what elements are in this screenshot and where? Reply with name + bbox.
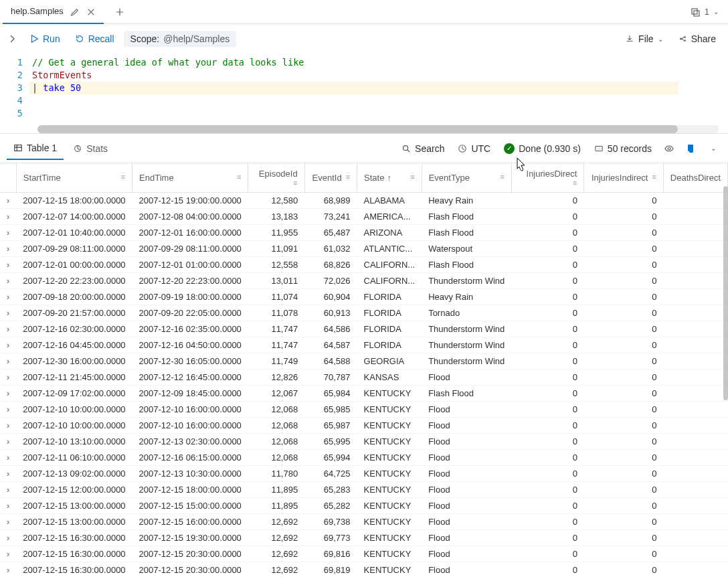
tab-help-samples[interactable]: help.Samples <box>3 0 104 24</box>
code-area[interactable]: // Get a general idea of what your data … <box>32 56 728 120</box>
expand-row-button[interactable]: › <box>0 498 16 514</box>
table-row[interactable]: ›2007-12-15 13:00:00.00002007-12-15 16:0… <box>0 514 728 530</box>
column-menu-icon[interactable]: ≡ <box>237 173 241 181</box>
expand-row-button[interactable]: › <box>0 337 16 353</box>
expand-row-button[interactable]: › <box>0 546 16 562</box>
table-row[interactable]: ›2007-12-30 16:00:00.00002007-12-30 16:0… <box>0 353 728 369</box>
duplicate-tab-button[interactable]: 1 ⌄ <box>690 7 725 17</box>
cell-endtime: 2007-12-20 22:23:00.0000 <box>132 273 248 289</box>
table-row[interactable]: ›2007-12-11 06:10:00.00002007-12-16 06:1… <box>0 450 728 466</box>
column-menu-icon[interactable]: ≡ <box>346 173 350 181</box>
column-header-eventid[interactable]: EventId≡ <box>304 163 357 193</box>
expand-row-button[interactable]: › <box>0 386 16 402</box>
expand-row-button[interactable]: › <box>0 369 16 386</box>
table-row[interactable]: ›2007-12-09 17:02:00.00002007-12-09 18:4… <box>0 386 728 402</box>
table-row[interactable]: ›2007-12-10 10:00:00.00002007-12-10 16:0… <box>0 418 728 434</box>
expand-row-button[interactable]: › <box>0 418 16 434</box>
expand-row-button[interactable]: › <box>0 450 16 466</box>
copy-button[interactable] <box>681 139 700 158</box>
cell-state: KENTUCKY <box>357 562 422 577</box>
column-header-endtime[interactable]: EndTime≡ <box>132 163 248 193</box>
close-icon[interactable] <box>86 7 96 16</box>
table-row[interactable]: ›2007-12-15 18:00:00.00002007-12-15 19:0… <box>0 193 728 209</box>
column-header-episodeid[interactable]: EpisodeId≡ <box>248 163 304 193</box>
expand-row-button[interactable]: › <box>0 321 16 337</box>
table-row[interactable]: ›2007-12-15 16:30:00.00002007-12-15 20:3… <box>0 562 728 577</box>
column-header-eventtype[interactable]: EventType≡ <box>422 163 511 193</box>
table-row[interactable]: ›2007-12-10 13:10:00.00002007-12-13 02:3… <box>0 434 728 450</box>
run-button[interactable]: Run <box>24 31 66 47</box>
column-menu-icon[interactable]: ≡ <box>293 179 297 187</box>
expand-row-button[interactable]: › <box>0 241 16 257</box>
expand-row-button[interactable]: › <box>0 289 16 305</box>
expand-row-button[interactable]: › <box>0 305 16 321</box>
table-row[interactable]: ›2007-12-10 10:00:00.00002007-12-10 16:0… <box>0 402 728 418</box>
recall-button[interactable]: Recall <box>70 31 120 47</box>
vertical-scrollbar[interactable] <box>723 186 728 400</box>
expand-row-button[interactable]: › <box>0 530 16 546</box>
table-row[interactable]: ›2007-12-01 10:40:00.00002007-12-01 16:0… <box>0 225 728 241</box>
query-editor[interactable]: 1 2 3 4 5 // Get a general idea of what … <box>0 54 728 125</box>
table-row[interactable]: ›2007-12-20 22:23:00.00002007-12-20 22:2… <box>0 273 728 289</box>
expand-row-button[interactable]: › <box>0 209 16 225</box>
cell-injuriesindirect: 0 <box>584 321 663 337</box>
editor-hscroll-thumb[interactable] <box>37 125 678 133</box>
table-row[interactable]: ›2007-09-18 20:00:00.00002007-09-19 18:0… <box>0 289 728 305</box>
results-table-wrapper[interactable]: StartTime≡ EndTime≡ EpisodeId≡ EventId≡ … <box>0 163 728 576</box>
share-button[interactable]: Share <box>672 31 721 47</box>
editor-hscrollbar[interactable] <box>37 125 719 133</box>
cell-endtime: 2007-12-01 01:00:00.0000 <box>132 257 248 273</box>
pencil-icon[interactable] <box>70 7 80 16</box>
expand-row-button[interactable]: › <box>0 193 16 209</box>
table-row[interactable]: ›2007-12-15 13:00:00.00002007-12-15 15:0… <box>0 498 728 514</box>
expand-row-button[interactable]: › <box>0 482 16 498</box>
column-menu-icon[interactable]: ≡ <box>573 179 577 187</box>
table-row[interactable]: ›2007-12-15 16:30:00.00002007-12-15 20:3… <box>0 546 728 562</box>
cell-eventtype: Flash Flood <box>422 386 511 402</box>
column-header-state[interactable]: State↑≡ <box>357 163 422 193</box>
expand-row-button[interactable]: › <box>0 434 16 450</box>
cell-episodeid: 12,580 <box>248 193 304 209</box>
table-row[interactable]: ›2007-12-16 02:30:00.00002007-12-16 02:3… <box>0 321 728 337</box>
expand-row-button[interactable]: › <box>0 466 16 482</box>
expand-row-button[interactable]: › <box>0 273 16 289</box>
column-menu-icon[interactable]: ≡ <box>410 173 414 181</box>
expand-row-button[interactable]: › <box>0 562 16 577</box>
column-header-starttime[interactable]: StartTime≡ <box>16 163 132 193</box>
cell-state: KENTUCKY <box>357 418 422 434</box>
scope-pill[interactable]: Scope: @help/Samples <box>124 31 237 47</box>
expand-row-button[interactable]: › <box>0 514 16 530</box>
table-row[interactable]: ›2007-12-13 09:02:00.00002007-12-13 10:3… <box>0 466 728 482</box>
table-row[interactable]: ›2007-09-29 08:11:00.00002007-09-29 08:1… <box>0 241 728 257</box>
cell-deathsdirect <box>663 386 727 402</box>
timezone-button[interactable]: UTC <box>452 141 496 157</box>
column-menu-icon[interactable]: ≡ <box>500 173 504 181</box>
expand-row-button[interactable]: › <box>0 353 16 369</box>
cell-deathsdirect <box>663 514 727 530</box>
expand-panel-button[interactable] <box>7 33 20 45</box>
layout-button[interactable]: ⌄ <box>703 139 721 158</box>
table-row[interactable]: ›2007-12-15 16:30:00.00002007-12-15 19:3… <box>0 530 728 546</box>
table-row[interactable]: ›2007-12-16 04:45:00.00002007-12-16 04:5… <box>0 337 728 353</box>
column-menu-icon[interactable]: ≡ <box>121 173 125 181</box>
table-row[interactable]: ›2007-12-15 12:00:00.00002007-12-15 18:0… <box>0 482 728 498</box>
column-header-deathsdirect[interactable]: DeathsDirect <box>663 163 727 193</box>
table-row[interactable]: ›2007-12-07 14:00:00.00002007-12-08 04:0… <box>0 209 728 225</box>
table-row[interactable]: ›2007-09-20 21:57:00.00002007-09-20 22:0… <box>0 305 728 321</box>
table-row[interactable]: ›2007-12-01 00:00:00.00002007-12-01 01:0… <box>0 257 728 273</box>
table-row[interactable]: ›2007-12-11 21:45:00.00002007-12-12 16:4… <box>0 369 728 386</box>
expand-row-button[interactable]: › <box>0 402 16 418</box>
add-tab-button[interactable] <box>109 7 130 17</box>
column-header-injuriesindirect[interactable]: InjuriesIndirect≡ <box>584 163 663 193</box>
tab-table[interactable]: Table 1 <box>7 137 64 160</box>
expand-row-button[interactable]: › <box>0 257 16 273</box>
expand-row-button[interactable]: › <box>0 225 16 241</box>
cell-starttime: 2007-09-18 20:00:00.0000 <box>16 289 132 305</box>
search-button[interactable]: Search <box>396 141 450 157</box>
column-header-injuriesdirect[interactable]: InjuriesDirect≡ <box>511 163 584 193</box>
column-menu-icon[interactable]: ≡ <box>652 173 656 181</box>
file-menu-button[interactable]: File ⌄ <box>620 31 668 47</box>
visibility-button[interactable] <box>660 139 678 158</box>
tab-stats[interactable]: Stats <box>66 138 114 159</box>
line-gutter: 1 2 3 4 5 <box>0 56 32 120</box>
